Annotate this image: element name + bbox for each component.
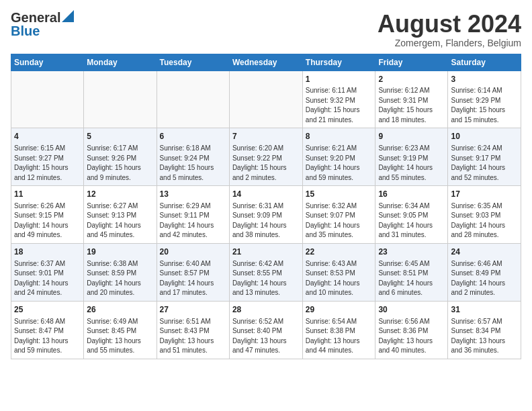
calendar-cell: 30Sunrise: 6:56 AMSunset: 8:36 PMDayligh… xyxy=(375,301,448,359)
weekday-header-sunday: Sunday xyxy=(11,54,84,71)
cell-details: Sunrise: 6:34 AMSunset: 9:05 PMDaylight:… xyxy=(378,201,445,240)
cell-details: Sunrise: 6:29 AMSunset: 9:11 PMDaylight:… xyxy=(160,201,226,240)
cell-details: Sunrise: 6:57 AMSunset: 8:34 PMDaylight:… xyxy=(451,317,518,356)
day-number: 5 xyxy=(87,131,153,142)
cell-details: Sunrise: 6:46 AMSunset: 8:49 PMDaylight:… xyxy=(451,259,518,298)
cell-details: Sunrise: 6:27 AMSunset: 9:13 PMDaylight:… xyxy=(87,201,153,240)
cell-details: Sunrise: 6:35 AMSunset: 9:03 PMDaylight:… xyxy=(451,201,518,240)
cell-details: Sunrise: 6:14 AMSunset: 9:29 PMDaylight:… xyxy=(451,86,518,125)
day-number: 9 xyxy=(378,131,445,142)
calendar-cell: 9Sunrise: 6:23 AMSunset: 9:19 PMDaylight… xyxy=(375,128,448,186)
calendar-cell: 5Sunrise: 6:17 AMSunset: 9:26 PMDaylight… xyxy=(84,128,157,186)
day-number: 16 xyxy=(378,189,445,200)
calendar-cell: 16Sunrise: 6:34 AMSunset: 9:05 PMDayligh… xyxy=(375,186,448,244)
day-number: 22 xyxy=(306,246,373,258)
weekday-header-saturday: Saturday xyxy=(448,54,521,71)
cell-details: Sunrise: 6:38 AMSunset: 8:59 PMDaylight:… xyxy=(87,259,153,298)
cell-details: Sunrise: 6:32 AMSunset: 9:07 PMDaylight:… xyxy=(306,201,373,240)
cell-details: Sunrise: 6:54 AMSunset: 8:38 PMDaylight:… xyxy=(306,317,373,356)
calendar-cell xyxy=(157,71,229,128)
day-number: 25 xyxy=(14,304,81,316)
calendar-cell: 17Sunrise: 6:35 AMSunset: 9:03 PMDayligh… xyxy=(448,186,521,244)
logo-blue: Blue xyxy=(11,24,40,38)
calendar-cell: 3Sunrise: 6:14 AMSunset: 9:29 PMDaylight… xyxy=(448,71,521,128)
day-number: 30 xyxy=(378,304,445,316)
cell-details: Sunrise: 6:49 AMSunset: 8:45 PMDaylight:… xyxy=(87,317,153,356)
calendar-row-3: 18Sunrise: 6:37 AMSunset: 9:01 PMDayligh… xyxy=(11,243,521,301)
cell-details: Sunrise: 6:17 AMSunset: 9:26 PMDaylight:… xyxy=(87,144,153,183)
day-number: 6 xyxy=(160,131,226,142)
day-number: 14 xyxy=(232,189,300,200)
weekday-header-wednesday: Wednesday xyxy=(229,54,302,71)
cell-details: Sunrise: 6:11 AMSunset: 9:32 PMDaylight:… xyxy=(306,86,373,125)
day-number: 12 xyxy=(87,189,153,200)
day-number: 13 xyxy=(160,189,226,200)
cell-details: Sunrise: 6:31 AMSunset: 9:09 PMDaylight:… xyxy=(232,201,300,240)
calendar-cell: 20Sunrise: 6:40 AMSunset: 8:57 PMDayligh… xyxy=(157,243,229,301)
weekday-header-monday: Monday xyxy=(84,54,157,71)
day-number: 4 xyxy=(14,131,81,142)
day-number: 2 xyxy=(378,74,445,85)
calendar-cell: 25Sunrise: 6:48 AMSunset: 8:47 PMDayligh… xyxy=(11,301,84,359)
weekday-header-row: SundayMondayTuesdayWednesdayThursdayFrid… xyxy=(11,54,521,71)
day-number: 29 xyxy=(306,304,373,316)
calendar-cell: 26Sunrise: 6:49 AMSunset: 8:45 PMDayligh… xyxy=(84,301,157,359)
location: Zomergem, Flanders, Belgium xyxy=(378,38,521,48)
title-block: August 2024 Zomergem, Flanders, Belgium xyxy=(378,11,521,48)
weekday-header-friday: Friday xyxy=(375,54,448,71)
cell-details: Sunrise: 6:12 AMSunset: 9:31 PMDaylight:… xyxy=(378,86,445,125)
cell-details: Sunrise: 6:26 AMSunset: 9:15 PMDaylight:… xyxy=(14,201,81,240)
day-number: 19 xyxy=(87,246,153,258)
cell-details: Sunrise: 6:24 AMSunset: 9:17 PMDaylight:… xyxy=(451,144,518,183)
svg-marker-0 xyxy=(62,10,74,22)
logo-icon xyxy=(62,10,74,22)
day-number: 1 xyxy=(306,74,373,85)
calendar-cell: 14Sunrise: 6:31 AMSunset: 9:09 PMDayligh… xyxy=(229,186,302,244)
cell-details: Sunrise: 6:43 AMSunset: 8:53 PMDaylight:… xyxy=(306,259,373,298)
calendar-row-1: 4Sunrise: 6:15 AMSunset: 9:27 PMDaylight… xyxy=(11,128,521,186)
calendar-cell: 10Sunrise: 6:24 AMSunset: 9:17 PMDayligh… xyxy=(448,128,521,186)
calendar-cell: 29Sunrise: 6:54 AMSunset: 8:38 PMDayligh… xyxy=(302,301,375,359)
calendar-cell: 18Sunrise: 6:37 AMSunset: 9:01 PMDayligh… xyxy=(11,243,84,301)
calendar-row-4: 25Sunrise: 6:48 AMSunset: 8:47 PMDayligh… xyxy=(11,301,521,359)
calendar-cell: 19Sunrise: 6:38 AMSunset: 8:59 PMDayligh… xyxy=(84,243,157,301)
day-number: 27 xyxy=(160,304,226,316)
calendar-cell: 12Sunrise: 6:27 AMSunset: 9:13 PMDayligh… xyxy=(84,186,157,244)
calendar-cell: 8Sunrise: 6:21 AMSunset: 9:20 PMDaylight… xyxy=(302,128,375,186)
day-number: 24 xyxy=(451,246,518,258)
cell-details: Sunrise: 6:42 AMSunset: 8:55 PMDaylight:… xyxy=(232,259,300,298)
calendar-cell xyxy=(11,71,84,128)
day-number: 3 xyxy=(451,74,518,85)
calendar-cell: 1Sunrise: 6:11 AMSunset: 9:32 PMDaylight… xyxy=(302,71,375,128)
calendar-cell: 28Sunrise: 6:52 AMSunset: 8:40 PMDayligh… xyxy=(229,301,302,359)
page-header: General Blue August 2024 Zomergem, Fland… xyxy=(11,11,521,48)
calendar-cell: 6Sunrise: 6:18 AMSunset: 9:24 PMDaylight… xyxy=(157,128,229,186)
weekday-header-tuesday: Tuesday xyxy=(157,54,229,71)
cell-details: Sunrise: 6:15 AMSunset: 9:27 PMDaylight:… xyxy=(14,144,81,183)
cell-details: Sunrise: 6:52 AMSunset: 8:40 PMDaylight:… xyxy=(232,317,300,356)
cell-details: Sunrise: 6:45 AMSunset: 8:51 PMDaylight:… xyxy=(378,259,445,298)
day-number: 28 xyxy=(232,304,300,316)
cell-details: Sunrise: 6:37 AMSunset: 9:01 PMDaylight:… xyxy=(14,259,81,298)
cell-details: Sunrise: 6:56 AMSunset: 8:36 PMDaylight:… xyxy=(378,317,445,356)
month-title: August 2024 xyxy=(378,11,521,38)
day-number: 15 xyxy=(306,189,373,200)
cell-details: Sunrise: 6:51 AMSunset: 8:43 PMDaylight:… xyxy=(160,317,226,356)
cell-details: Sunrise: 6:40 AMSunset: 8:57 PMDaylight:… xyxy=(160,259,226,298)
calendar-cell: 7Sunrise: 6:20 AMSunset: 9:22 PMDaylight… xyxy=(229,128,302,186)
cell-details: Sunrise: 6:18 AMSunset: 9:24 PMDaylight:… xyxy=(160,144,226,183)
calendar-table: SundayMondayTuesdayWednesdayThursdayFrid… xyxy=(11,54,521,359)
day-number: 10 xyxy=(451,131,518,142)
cell-details: Sunrise: 6:23 AMSunset: 9:19 PMDaylight:… xyxy=(378,144,445,183)
day-number: 21 xyxy=(232,246,300,258)
day-number: 26 xyxy=(87,304,153,316)
logo-general: General xyxy=(11,11,60,24)
calendar-cell: 11Sunrise: 6:26 AMSunset: 9:15 PMDayligh… xyxy=(11,186,84,244)
day-number: 11 xyxy=(14,189,81,200)
calendar-row-0: 1Sunrise: 6:11 AMSunset: 9:32 PMDaylight… xyxy=(11,71,521,128)
calendar-cell xyxy=(84,71,157,128)
calendar-row-2: 11Sunrise: 6:26 AMSunset: 9:15 PMDayligh… xyxy=(11,186,521,244)
calendar-cell: 13Sunrise: 6:29 AMSunset: 9:11 PMDayligh… xyxy=(157,186,229,244)
day-number: 31 xyxy=(451,304,518,316)
calendar-cell: 22Sunrise: 6:43 AMSunset: 8:53 PMDayligh… xyxy=(302,243,375,301)
